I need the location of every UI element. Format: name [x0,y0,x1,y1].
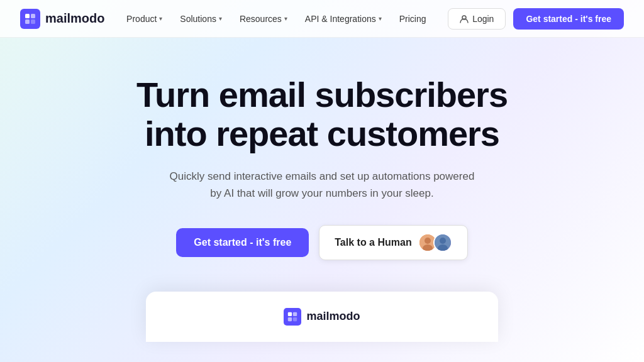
preview-card: mailmodo [146,292,498,342]
login-button[interactable]: Login [448,8,506,30]
get-started-nav-button[interactable]: Get started - it's free [513,8,624,30]
avatar-face-2 [435,234,451,251]
logo[interactable]: mailmodo [20,9,104,29]
svg-point-6 [425,238,431,244]
logo-text: mailmodo [45,11,104,26]
nav-item-resources[interactable]: Resources ▾ [232,10,295,28]
hero-section: Turn email subscribers into repeat custo… [0,38,644,285]
avatar-2 [433,233,452,252]
hero-title: Turn email subscribers into repeat custo… [136,75,508,153]
nav-link-product[interactable]: Product ▾ [119,10,170,28]
preview-logo-icon [284,308,301,326]
nav-item-api[interactable]: API & Integrations ▾ [297,10,389,28]
svg-rect-3 [31,19,35,24]
avatar-group [418,233,452,252]
nav-link-solutions[interactable]: Solutions ▾ [172,10,230,28]
chevron-down-icon: ▾ [219,15,222,22]
nav-link-pricing[interactable]: Pricing [392,10,434,28]
preview-logo-text: mailmodo [306,310,360,323]
bottom-preview: mailmodo [0,292,644,342]
hero-subtitle: Quickly send interactive emails and set … [165,168,479,202]
svg-rect-0 [25,14,30,18]
chevron-down-icon: ▾ [379,15,382,22]
nav-item-product[interactable]: Product ▾ [119,10,170,28]
chevron-down-icon: ▾ [284,15,287,22]
nav-item-pricing[interactable]: Pricing [392,10,434,28]
svg-rect-11 [288,312,292,315]
navbar: mailmodo Product ▾ Solutions ▾ Resources… [0,0,644,38]
nav-links: Product ▾ Solutions ▾ Resources ▾ API & … [119,10,433,28]
svg-rect-1 [31,14,35,18]
get-started-hero-button[interactable]: Get started - it's free [176,228,309,257]
hero-buttons: Get started - it's free Talk to a Human [176,225,467,260]
nav-item-solutions[interactable]: Solutions ▾ [172,10,230,28]
user-icon [460,14,469,23]
nav-actions: Login Get started - it's free [448,8,624,30]
nav-link-resources[interactable]: Resources ▾ [232,10,295,28]
svg-rect-13 [288,317,292,321]
chevron-down-icon: ▾ [159,15,162,22]
talk-to-human-button[interactable]: Talk to a Human [319,225,467,260]
nav-link-api[interactable]: API & Integrations ▾ [297,10,389,28]
svg-point-9 [440,238,446,244]
svg-rect-14 [293,317,297,321]
svg-rect-2 [25,19,30,24]
logo-icon [20,9,40,29]
svg-rect-12 [293,312,297,315]
